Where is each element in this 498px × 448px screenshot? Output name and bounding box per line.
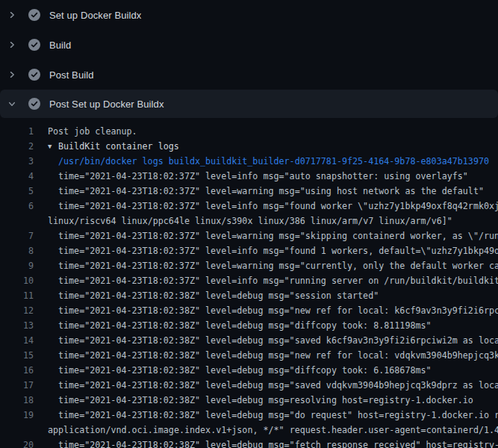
log-text: time="2021-04-23T18:02:38Z" level=debug …: [34, 288, 379, 303]
line-number: [0, 423, 34, 438]
line-number[interactable]: 15: [0, 348, 34, 363]
log-text: time="2021-04-23T18:02:38Z" level=debug …: [34, 333, 498, 348]
check-circle-icon: [28, 39, 40, 51]
group-toggle-icon[interactable]: ▼: [48, 139, 58, 154]
step-header-post-build[interactable]: Post Build: [0, 60, 498, 90]
line-number[interactable]: 19: [0, 408, 34, 423]
log-text: time="2021-04-23T18:02:38Z" level=debug …: [34, 438, 498, 448]
log-text: time="2021-04-23T18:02:37Z" level=info m…: [34, 199, 498, 214]
log-line: 9time="2021-04-23T18:02:37Z" level=warni…: [0, 258, 498, 273]
step-label: Set up Docker Buildx: [49, 10, 141, 21]
log-line: 16time="2021-04-23T18:02:38Z" level=debu…: [0, 363, 498, 378]
log-text: Post job cleanup.: [34, 124, 137, 139]
log-line: 17time="2021-04-23T18:02:38Z" level=debu…: [0, 378, 498, 393]
line-number[interactable]: 2: [0, 139, 34, 154]
log-viewer: 1Post job cleanup.2▼BuildKit container l…: [0, 118, 498, 448]
step-header-set-up-docker-buildx[interactable]: Set up Docker Buildx: [0, 0, 498, 30]
log-text: time="2021-04-23T18:02:38Z" level=debug …: [34, 393, 473, 408]
step-header-post-set-up-docker-buildx[interactable]: Post Set up Docker Buildx: [0, 90, 498, 118]
line-number[interactable]: 13: [0, 318, 34, 333]
log-line: 3/usr/bin/docker logs buildx_buildkit_bu…: [0, 154, 498, 169]
log-line: 2▼BuildKit container logs: [0, 139, 498, 154]
line-number[interactable]: 18: [0, 393, 34, 408]
line-number[interactable]: 12: [0, 303, 34, 318]
line-number[interactable]: 20: [0, 438, 34, 448]
chevron-right-icon[interactable]: [7, 9, 24, 21]
log-line: 1Post job cleanup.: [0, 124, 498, 139]
log-command-text: /usr/bin/docker logs buildx_buildkit_bui…: [34, 154, 489, 169]
log-line-continuation: application/vnd.oci.image.index.v1+json,…: [0, 423, 498, 438]
step-header-build[interactable]: Build: [0, 30, 498, 60]
log-text: time="2021-04-23T18:02:38Z" level=debug …: [34, 348, 498, 363]
step-label: Build: [49, 40, 71, 51]
log-line: 12time="2021-04-23T18:02:38Z" level=debu…: [0, 303, 498, 318]
line-number[interactable]: 3: [0, 154, 34, 169]
log-line: 19time="2021-04-23T18:02:38Z" level=debu…: [0, 408, 498, 423]
log-line: 15time="2021-04-23T18:02:38Z" level=debu…: [0, 348, 498, 363]
line-number[interactable]: 7: [0, 228, 34, 243]
log-group-label: BuildKit container logs: [58, 141, 179, 152]
log-group-header: ▼BuildKit container logs: [34, 139, 179, 154]
log-text: time="2021-04-23T18:02:38Z" level=debug …: [34, 378, 498, 393]
log-text: time="2021-04-23T18:02:37Z" level=info m…: [34, 169, 468, 184]
line-number[interactable]: 10: [0, 273, 34, 288]
log-text: time="2021-04-23T18:02:37Z" level=warnin…: [34, 258, 498, 273]
log-line: 5time="2021-04-23T18:02:37Z" level=warni…: [0, 184, 498, 199]
log-text: time="2021-04-23T18:02:37Z" level=info m…: [34, 243, 498, 258]
line-number[interactable]: 11: [0, 288, 34, 303]
line-number[interactable]: 9: [0, 258, 34, 273]
line-number: [0, 214, 34, 228]
log-text: time="2021-04-23T18:02:37Z" level=warnin…: [34, 228, 498, 243]
log-line: 18time="2021-04-23T18:02:38Z" level=debu…: [0, 393, 498, 408]
log-line: 11time="2021-04-23T18:02:38Z" level=debu…: [0, 288, 498, 303]
log-line: 8time="2021-04-23T18:02:37Z" level=info …: [0, 243, 498, 258]
log-text: time="2021-04-23T18:02:38Z" level=debug …: [34, 318, 432, 333]
check-circle-icon: [28, 69, 40, 81]
line-number[interactable]: 5: [0, 184, 34, 199]
log-line: 7time="2021-04-23T18:02:37Z" level=warni…: [0, 228, 498, 243]
log-text: time="2021-04-23T18:02:37Z" level=info m…: [34, 273, 498, 288]
chevron-right-icon[interactable]: [7, 69, 24, 81]
log-text: time="2021-04-23T18:02:38Z" level=debug …: [34, 408, 498, 423]
log-line: 14time="2021-04-23T18:02:38Z" level=debu…: [0, 333, 498, 348]
chevron-down-icon[interactable]: [7, 98, 24, 110]
line-number[interactable]: 17: [0, 378, 34, 393]
steps-list: Set up Docker BuildxBuildPost BuildPost …: [0, 0, 498, 118]
line-number[interactable]: 1: [0, 124, 34, 139]
log-line: 13time="2021-04-23T18:02:38Z" level=debu…: [0, 318, 498, 333]
log-line: 4time="2021-04-23T18:02:37Z" level=info …: [0, 169, 498, 184]
log-text: linux/riscv64 linux/ppc64le linux/s390x …: [34, 214, 452, 228]
log-text: application/vnd.oci.image.index.v1+json,…: [34, 423, 498, 438]
line-number[interactable]: 14: [0, 333, 34, 348]
step-label: Post Build: [49, 69, 94, 81]
log-line: 20time="2021-04-23T18:02:38Z" level=debu…: [0, 438, 498, 448]
line-number[interactable]: 4: [0, 169, 34, 184]
log-text: time="2021-04-23T18:02:38Z" level=debug …: [34, 363, 432, 378]
line-number[interactable]: 16: [0, 363, 34, 378]
log-text: time="2021-04-23T18:02:37Z" level=warnin…: [34, 184, 484, 199]
step-label: Post Set up Docker Buildx: [49, 99, 164, 110]
log-text: time="2021-04-23T18:02:38Z" level=debug …: [34, 303, 498, 318]
chevron-right-icon[interactable]: [7, 39, 24, 51]
check-circle-icon: [28, 9, 40, 21]
log-line: 10time="2021-04-23T18:02:37Z" level=info…: [0, 273, 498, 288]
check-circle-icon: [28, 98, 40, 110]
log-line-continuation: linux/riscv64 linux/ppc64le linux/s390x …: [0, 214, 498, 228]
line-number[interactable]: 8: [0, 243, 34, 258]
log-line: 6time="2021-04-23T18:02:37Z" level=info …: [0, 199, 498, 214]
line-number[interactable]: 6: [0, 199, 34, 214]
